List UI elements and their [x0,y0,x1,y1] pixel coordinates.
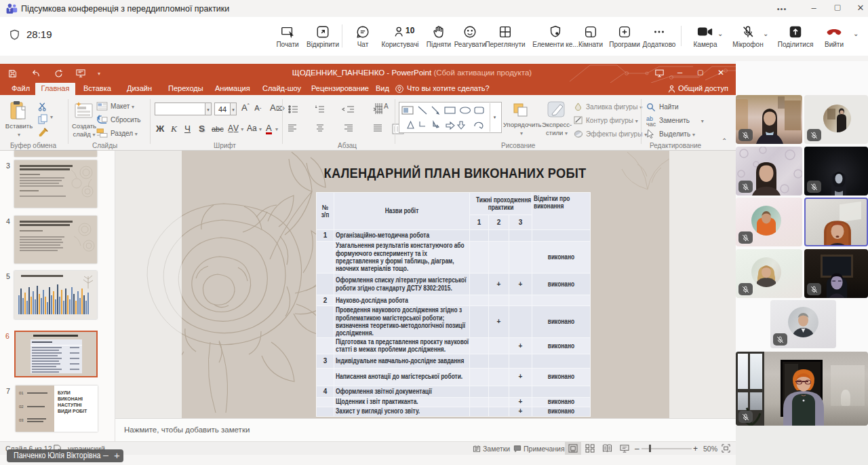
svg-text:T: T [8,7,11,12]
